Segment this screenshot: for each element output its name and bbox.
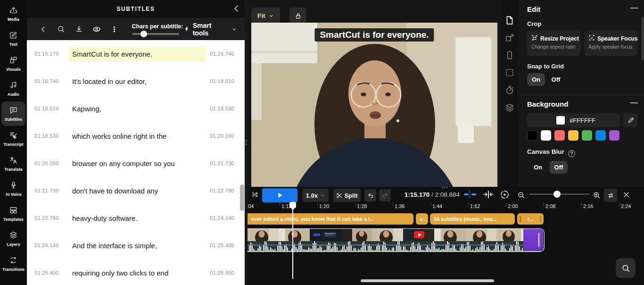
- play-button[interactable]: [262, 188, 297, 202]
- download-icon[interactable]: [70, 25, 88, 33]
- zoom-slider-thumb[interactable]: [553, 191, 561, 198]
- sidebar-item-translate[interactable]: Translate: [1, 151, 25, 176]
- close-timeline-icon[interactable]: [621, 190, 631, 199]
- background-collapse-icon[interactable]: —: [630, 99, 638, 107]
- kebab-menu-icon[interactable]: [106, 25, 124, 33]
- sidebar-item-templates[interactable]: Templates: [1, 201, 25, 226]
- subtitle-row[interactable]: 01:25.400requiring only two clicks to en…: [27, 259, 245, 285]
- document-icon[interactable]: [504, 15, 515, 25]
- search-icon[interactable]: [52, 25, 70, 33]
- subtitle-row[interactable]: 01:20.090browser on any computer so you0…: [27, 150, 245, 177]
- undo-button[interactable]: [364, 189, 376, 201]
- edit-panel-scrollbar[interactable]: [642, 17, 644, 60]
- smart-tools-button[interactable]: Smart tools: [183, 22, 237, 37]
- subtitle-text[interactable]: which works online right in the: [68, 129, 206, 143]
- color-swatch-F6C244[interactable]: [568, 130, 578, 141]
- slider-thumb[interactable]: [140, 31, 147, 37]
- timeline-ruler[interactable]: 1:041:121:201:281:361:441:522:002:082:16…: [248, 202, 644, 211]
- subtitle-text[interactable]: don't have to download any: [68, 184, 206, 198]
- clip-trim-handle[interactable]: [538, 233, 540, 247]
- color-swatch-FFFFFF[interactable]: [541, 130, 551, 141]
- layers-stack-icon[interactable]: [504, 102, 515, 113]
- subtitle-row[interactable]: 01:18.530which works online right in the…: [27, 122, 245, 150]
- timeline-horizontal-scrollbar[interactable]: [361, 279, 494, 282]
- collapse-panel-icon[interactable]: [232, 4, 240, 15]
- subtitle-row[interactable]: 01:21.730don't have to download any01:22…: [27, 177, 245, 204]
- subtitle-text[interactable]: heavy-duty software.: [68, 211, 206, 226]
- back-chevron-icon[interactable]: [34, 25, 52, 33]
- sidebar-item-label: Text: [9, 42, 17, 47]
- sidebar-item-media[interactable]: Media: [1, 1, 25, 26]
- subtitle-caption-overlay[interactable]: SmartCut is for everyone.: [314, 28, 434, 42]
- fit-dropdown-button[interactable]: Fit: [251, 8, 280, 24]
- divider-drag-handle[interactable]: [246, 139, 247, 146]
- sidebar-item-visuals[interactable]: Visuals: [1, 51, 25, 76]
- playback-speed-button[interactable]: 1.0x: [302, 189, 329, 202]
- subtitle-row[interactable]: 01:18.010Kapwing,01:18.530: [27, 95, 245, 122]
- subtitle-text[interactable]: And the interface is simple,: [68, 238, 206, 253]
- eyedropper-button[interactable]: [623, 113, 637, 127]
- snap-to-grid-off-button[interactable]: Off: [548, 73, 564, 86]
- zoom-out-icon[interactable]: [516, 191, 526, 199]
- subtitle-row[interactable]: 01:15.170SmartCut is for everyone.01:16.…: [27, 40, 245, 67]
- subtitles-scrollbar[interactable]: [240, 184, 244, 211]
- purple-media-clip[interactable]: [523, 229, 543, 251]
- swap-tracks-icon[interactable]: [604, 189, 617, 202]
- speaker-focus-button[interactable]: Speaker Focus Apply speaker focus: [584, 30, 637, 56]
- subtitle-clip[interactable]: v...: [416, 213, 428, 225]
- subtitle-clip[interactable]: ever edited a video, you know that it ca…: [248, 213, 413, 225]
- subtitle-row[interactable]: 01:22.780heavy-duty software.01:24.140: [27, 204, 245, 232]
- sidebar-item-ai-voice[interactable]: AI Voice: [1, 176, 25, 201]
- phone-icon[interactable]: [504, 50, 515, 60]
- search-fab-button[interactable]: [616, 258, 636, 278]
- sidebar-item-transitions[interactable]: Transitions: [1, 251, 25, 276]
- timeline-zoom-slider[interactable]: [529, 193, 589, 195]
- subtitle-clip-selected[interactable]: t...: [517, 213, 544, 225]
- color-swatch-F86C6B[interactable]: [554, 130, 565, 141]
- background-color-swatch: [556, 116, 565, 125]
- subtitle-clip[interactable]: 14 subtitles (music, sou...: [430, 213, 515, 225]
- smart-cut-gaps-icon[interactable]: [462, 191, 478, 198]
- sidebar-item-layers[interactable]: Layers: [1, 226, 25, 251]
- close-gaps-icon[interactable]: [482, 190, 495, 199]
- subtitle-text[interactable]: browser on any computer so you: [68, 156, 206, 171]
- sidebar-item-label: Templates: [3, 217, 24, 222]
- canvas-blur-off-button[interactable]: Off: [550, 161, 568, 174]
- color-swatch-0C84E4[interactable]: [595, 130, 606, 141]
- filmstrip-thumbnail: [279, 229, 310, 241]
- color-swatch-57B558[interactable]: [582, 130, 592, 141]
- sidebar-item-audio[interactable]: Audio: [1, 76, 25, 101]
- subtitle-text[interactable]: SmartCut is for everyone.: [68, 47, 206, 61]
- snap-to-grid-on-button[interactable]: On: [527, 73, 545, 86]
- resize-project-button[interactable]: Resize Project Change aspect ratio: [527, 30, 580, 56]
- sidebar-item-subtitles[interactable]: Subtitles: [1, 101, 25, 126]
- chars-per-subtitle-slider[interactable]: [132, 33, 179, 35]
- split-button[interactable]: Split: [333, 189, 361, 202]
- subtitle-text[interactable]: Kapwing,: [68, 101, 206, 116]
- sidebar-item-transcript[interactable]: Transcript: [1, 126, 25, 151]
- color-swatch-000000[interactable]: [527, 130, 537, 141]
- canvas-resize-icon[interactable]: [504, 33, 515, 43]
- color-swatch-A35BCF[interactable]: [609, 130, 619, 141]
- zoom-in-icon[interactable]: [592, 191, 601, 199]
- ruler-tick: [280, 203, 280, 206]
- ruler-tick-label: 1:04: [248, 203, 254, 209]
- video-preview[interactable]: SmartCut is for everyone.: [251, 23, 497, 187]
- subtitle-text[interactable]: requiring only two clicks to end: [68, 266, 206, 280]
- background-color-field[interactable]: #FFFFFF: [527, 113, 619, 127]
- loop-playback-icon[interactable]: [499, 190, 510, 199]
- timer-icon[interactable]: [504, 85, 515, 95]
- skip-to-start-icon[interactable]: [249, 190, 260, 199]
- sidebar-item-text[interactable]: Text: [1, 26, 25, 51]
- subtitle-row[interactable]: 01:24.140And the interface is simple,01:…: [27, 232, 245, 259]
- subtitle-text[interactable]: It's located in our editor,: [68, 74, 206, 89]
- eye-icon[interactable]: [88, 25, 106, 34]
- unlock-button[interactable]: [289, 8, 306, 24]
- canvas-blur-on-button[interactable]: On: [530, 161, 546, 174]
- ruler-tick: [430, 203, 431, 206]
- subtitle-row[interactable]: 01:16.740It's located in our editor,01:1…: [27, 67, 245, 95]
- frame-dashed-icon[interactable]: [504, 67, 515, 78]
- ruler-tick-label: 1:28: [357, 203, 367, 209]
- edit-collapse-icon[interactable]: —: [630, 4, 638, 12]
- help-icon[interactable]: ?: [568, 150, 575, 157]
